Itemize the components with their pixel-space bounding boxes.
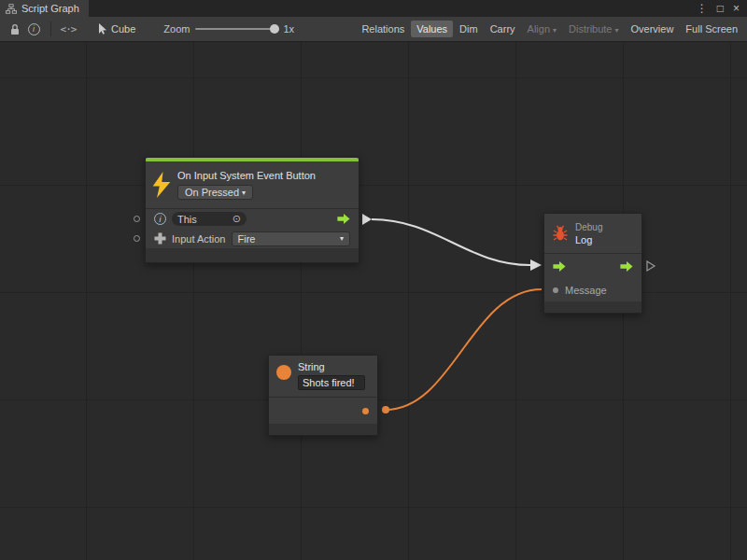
- flow-wire-source-arrow: [362, 214, 372, 225]
- chevron-down-icon: ▾: [553, 26, 557, 35]
- values-button[interactable]: Values: [411, 21, 453, 37]
- value-wire-source-dot: [382, 406, 389, 413]
- flow-wire: [372, 219, 530, 265]
- window-controls: ⋮ □ ×: [697, 0, 747, 17]
- title-bar: Script Graph ⋮ □ ×: [0, 0, 747, 17]
- message-row: Message: [544, 279, 641, 301]
- event-node-header[interactable]: On Input System Event Button On Pressed …: [146, 161, 359, 208]
- message-label: Message: [565, 285, 607, 296]
- input-action-label: Input Action: [172, 233, 226, 245]
- script-graph-window: Script Graph ⋮ □ × i <·> Cube: [0, 0, 747, 560]
- maximize-icon[interactable]: □: [717, 3, 724, 14]
- event-node-footer: [146, 248, 359, 262]
- graph-toolbar: i <·> Cube Zoom 1x Relations Values Dim …: [0, 17, 747, 42]
- this-row: i This ⊙: [146, 209, 359, 229]
- this-port[interactable]: [134, 216, 140, 222]
- debug-node-footer: [544, 301, 641, 313]
- align-dropdown: Align▾: [522, 21, 562, 37]
- value-wire: [386, 289, 542, 410]
- zoom-slider-handle[interactable]: [270, 24, 279, 34]
- message-port[interactable]: [553, 287, 558, 293]
- debug-node-title: Log: [575, 234, 602, 245]
- string-node-header[interactable]: String: [269, 356, 377, 397]
- zoom-control: Zoom 1x: [163, 23, 294, 35]
- string-output-port[interactable]: [362, 408, 369, 414]
- script-graph-tab[interactable]: Script Graph: [0, 0, 89, 17]
- string-output-row: [269, 398, 377, 424]
- zoom-slider[interactable]: [195, 28, 277, 30]
- lightning-icon: [151, 172, 172, 198]
- toolbar-buttons: Relations Values Dim Carry Align▾ Distri…: [356, 21, 747, 37]
- debug-node-header[interactable]: Debug Log: [544, 214, 641, 253]
- menu-kebab-icon[interactable]: ⋮: [697, 3, 708, 14]
- gameobject-icon: i: [154, 213, 166, 225]
- toolbar-separator: [50, 21, 51, 36]
- lock-icon[interactable]: [6, 20, 24, 38]
- graph-owner[interactable]: Cube: [98, 23, 135, 35]
- zoom-value: 1x: [283, 23, 294, 35]
- this-object-field[interactable]: This ⊙: [172, 212, 247, 226]
- string-type-icon: [276, 365, 291, 380]
- zoom-label: Zoom: [163, 23, 190, 35]
- graph-canvas[interactable]: On Input System Event Button On Pressed …: [0, 42, 747, 560]
- cursor-icon: [98, 23, 107, 35]
- flow-wire-dest-arrow: [530, 259, 542, 271]
- string-value-field[interactable]: [298, 375, 365, 390]
- input-action-port[interactable]: [134, 235, 140, 242]
- debug-flow-row: [544, 254, 641, 279]
- input-action-dropdown[interactable]: Fire ▾: [232, 231, 351, 246]
- overview-button[interactable]: Overview: [626, 21, 680, 37]
- flow-in-port[interactable]: [553, 261, 566, 272]
- debug-log-node[interactable]: Debug Log Message: [543, 213, 642, 314]
- bug-icon: [552, 225, 569, 242]
- relations-button[interactable]: Relations: [356, 21, 410, 37]
- debug-node-category: Debug: [575, 222, 602, 232]
- flow-continue-icon: [645, 259, 656, 273]
- full-screen-button[interactable]: Full Screen: [680, 21, 743, 37]
- object-picker-icon: ⊙: [233, 213, 241, 225]
- string-node-title: String: [298, 361, 365, 372]
- chevron-down-icon: ▾: [242, 189, 246, 197]
- tab-title: Script Graph: [21, 3, 79, 14]
- event-type-dropdown[interactable]: On Pressed ▾: [177, 185, 253, 200]
- graph-icon: [6, 4, 17, 14]
- dpad-icon: [154, 232, 166, 245]
- carry-button[interactable]: Carry: [485, 21, 521, 37]
- input-action-row: Input Action Fire ▾: [146, 229, 359, 248]
- code-insert-icon[interactable]: <·>: [59, 20, 78, 38]
- distribute-dropdown: Distribute▾: [563, 21, 624, 37]
- chevron-down-icon: ▾: [340, 234, 344, 243]
- string-node-footer: [269, 424, 377, 435]
- flow-out-port[interactable]: [337, 214, 350, 224]
- info-icon[interactable]: i: [24, 20, 43, 38]
- event-node[interactable]: On Input System Event Button On Pressed …: [145, 157, 359, 263]
- string-node[interactable]: String: [268, 355, 378, 436]
- dim-button[interactable]: Dim: [454, 21, 484, 37]
- chevron-down-icon: ▾: [615, 26, 619, 35]
- close-icon[interactable]: ×: [733, 3, 740, 14]
- graph-owner-label: Cube: [111, 23, 135, 35]
- flow-out-port[interactable]: [620, 261, 633, 272]
- event-node-title: On Input System Event Button: [177, 170, 316, 181]
